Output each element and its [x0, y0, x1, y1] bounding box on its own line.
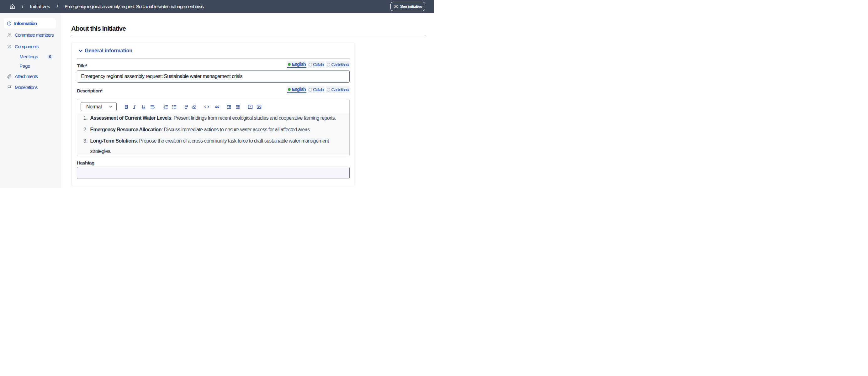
svg-text:3: 3	[163, 107, 165, 109]
